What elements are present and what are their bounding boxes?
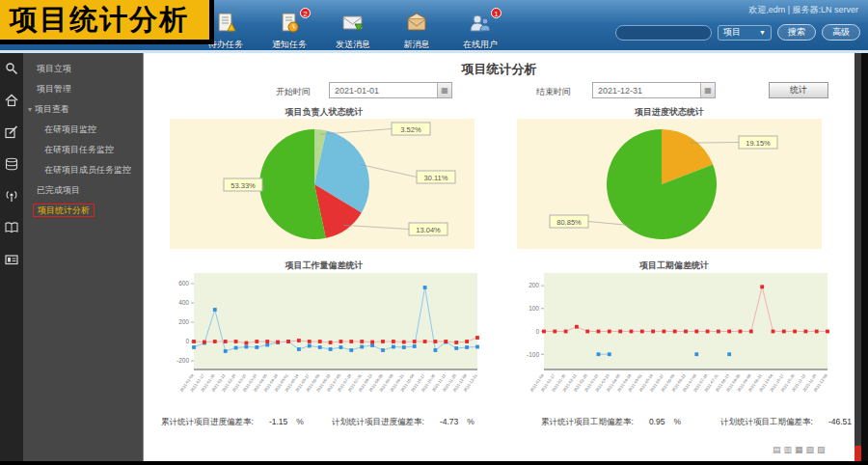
idcard-icon[interactable] xyxy=(4,252,19,267)
end-date-label: 结束时间 xyxy=(536,86,571,98)
page-bottom-edge xyxy=(0,461,868,465)
database-icon[interactable] xyxy=(4,156,19,172)
svg-text:400: 400 xyxy=(178,299,189,306)
menu-label: 在研项目成员任务监控 xyxy=(44,165,131,175)
svg-text:30.11%: 30.11% xyxy=(424,174,448,182)
pie-chart-status: 3.52%30.11%13.04%53.33% xyxy=(170,119,475,249)
welcome-text: 欢迎,edm | 服务器:LN server xyxy=(748,4,858,16)
statistics-button[interactable]: 统计 xyxy=(769,82,828,98)
menu-label: 项目管理 xyxy=(37,84,71,94)
grid-icon[interactable]: ▦ xyxy=(795,445,803,454)
broadcast-icon[interactable] xyxy=(4,188,19,204)
stat-cumulative-progress: 累计统计项目进度偏差率:-1.15% xyxy=(161,417,304,428)
sidebar-item-project-view[interactable]: ▾项目查看 xyxy=(23,99,143,120)
menu-label: 项目立项 xyxy=(37,64,71,73)
pie1-title: 项目负责人状态统计 xyxy=(170,106,478,119)
send-message-button[interactable]: 发送消息 xyxy=(328,12,378,51)
svg-text:-100: -100 xyxy=(527,351,539,358)
svg-text:0: 0 xyxy=(535,328,539,335)
pie2-title: 项目进度状态统计 xyxy=(515,106,824,119)
notify-badge: 2 xyxy=(300,8,311,18)
start-date-label: 开始时间 xyxy=(276,86,311,98)
refresh-icon[interactable]: ▨ xyxy=(817,445,826,454)
online-users-button[interactable]: 1 在线用户 xyxy=(455,12,505,51)
book-icon[interactable] xyxy=(4,220,19,235)
menu-label: 在研项目监控 xyxy=(44,124,96,134)
layout-icon[interactable]: ▧ xyxy=(806,445,815,454)
send-message-icon xyxy=(340,12,366,35)
new-message-icon xyxy=(404,12,429,35)
sidebar-item-project-statistics[interactable]: 项目统计分析 xyxy=(23,201,143,221)
line-chart-duration: 2001000-1002021-01-042021-01-172021-01-3… xyxy=(515,271,833,416)
export-icon[interactable]: ▤ xyxy=(773,445,781,454)
chevron-down-icon: ▼ xyxy=(759,29,766,36)
svg-text:53.33%: 53.33% xyxy=(231,181,256,190)
new-message-button[interactable]: 新消息 xyxy=(392,12,442,51)
search-icon[interactable] xyxy=(4,61,19,76)
pie-chart-progress: 19.15%80.85% xyxy=(517,119,822,249)
advanced-search-button[interactable]: 高级 xyxy=(822,24,860,41)
search-category-value: 项目 xyxy=(723,26,741,39)
stat-label: 累计统计项目进度偏差率: xyxy=(161,417,254,426)
line-chart-workload: 6004002000-2002021-01-042021-01-172021-0… xyxy=(165,271,483,416)
menu-label-selected: 项目统计分析 xyxy=(33,204,95,217)
stat-planned-duration: 计划统计项目工期偏差率:-46.51% xyxy=(720,417,868,428)
sidebar-item-project-initiation[interactable]: 项目立项 xyxy=(23,59,143,79)
sidebar-icon-strip xyxy=(0,53,23,461)
svg-text:80.85%: 80.85% xyxy=(556,218,582,227)
stat-value: -1.15 xyxy=(269,417,287,426)
end-date-calendar-icon[interactable]: ▦ xyxy=(700,83,715,97)
start-date-input[interactable] xyxy=(330,83,437,97)
stat-unit: % xyxy=(673,417,681,426)
page-title: 项目统计分析 xyxy=(144,61,854,78)
svg-text:19.15%: 19.15% xyxy=(746,139,771,148)
main-content: 项目统计分析 开始时间 ▦ 结束时间 ▦ 统计 项目负责人状态统计 项目进度状态… xyxy=(143,53,854,461)
sidebar-menu: 项目立项 项目管理 ▾项目查看 在研项目监控 在研项目任务监控 在研项目成员任务… xyxy=(23,53,143,461)
end-date-input[interactable] xyxy=(593,83,700,97)
search-category-select[interactable]: 项目 ▼ xyxy=(718,25,772,41)
statistics-form: 开始时间 ▦ 结束时间 ▦ 统计 xyxy=(144,82,854,99)
sidebar-item-project-management[interactable]: 项目管理 xyxy=(23,79,143,99)
start-date-field: ▦ xyxy=(329,82,452,98)
sidebar-item-active-project-monitor[interactable]: 在研项目监控 xyxy=(23,120,143,140)
scrollbar-thumb[interactable] xyxy=(854,446,861,461)
search-button[interactable]: 搜索 xyxy=(777,24,816,41)
svg-text:200: 200 xyxy=(178,318,189,325)
annotation-title: 项目统计分析 xyxy=(0,0,214,44)
print-icon[interactable]: ▥ xyxy=(784,445,793,454)
page-right-edge xyxy=(861,53,868,465)
global-search-input[interactable] xyxy=(615,25,712,41)
caret-down-icon: ▾ xyxy=(28,105,32,114)
notify-tasks-icon xyxy=(277,12,302,35)
notify-tasks-button[interactable]: 2 通知任务 xyxy=(264,12,314,51)
stat-cumulative-duration: 累计统计项目工期偏差率:0.95% xyxy=(541,417,681,428)
stat-unit: % xyxy=(467,417,475,426)
svg-text:13.04%: 13.04% xyxy=(416,226,441,234)
svg-text:600: 600 xyxy=(178,280,189,287)
end-date-field: ▦ xyxy=(592,82,716,98)
stat-value: -4.73 xyxy=(440,417,458,426)
svg-text:3.52%: 3.52% xyxy=(400,125,421,134)
sidebar-item-member-task-monitor[interactable]: 在研项目成员任务监控 xyxy=(23,160,143,180)
stat-label: 计划统计项目进度偏差率: xyxy=(332,417,424,426)
page-mini-toolbar: ▤ ▥ ▦ ▧ ▨ xyxy=(773,445,826,454)
compose-icon[interactable] xyxy=(4,124,19,140)
menu-label: 项目查看 xyxy=(35,104,69,114)
svg-text:-200: -200 xyxy=(176,357,189,364)
start-date-calendar-icon[interactable]: ▦ xyxy=(437,83,451,97)
stat-value: 0.95 xyxy=(649,417,665,426)
vertical-scrollbar[interactable] xyxy=(854,53,861,461)
todo-tasks-icon xyxy=(213,12,238,35)
stat-unit: % xyxy=(296,417,304,426)
stat-value: -46.51 xyxy=(828,417,852,426)
svg-text:100: 100 xyxy=(529,305,539,312)
menu-label: 已完成项目 xyxy=(37,185,80,195)
online-users-icon xyxy=(468,12,493,35)
stat-label: 累计统计项目工期偏差率: xyxy=(541,417,634,426)
home-icon[interactable] xyxy=(4,93,19,108)
stat-label: 计划统计项目工期偏差率: xyxy=(720,417,813,426)
sidebar-item-completed-projects[interactable]: 已完成项目 xyxy=(23,180,143,201)
svg-text:200: 200 xyxy=(529,282,539,288)
menu-label: 在研项目任务监控 xyxy=(44,145,114,154)
sidebar-item-active-task-monitor[interactable]: 在研项目任务监控 xyxy=(23,140,143,160)
